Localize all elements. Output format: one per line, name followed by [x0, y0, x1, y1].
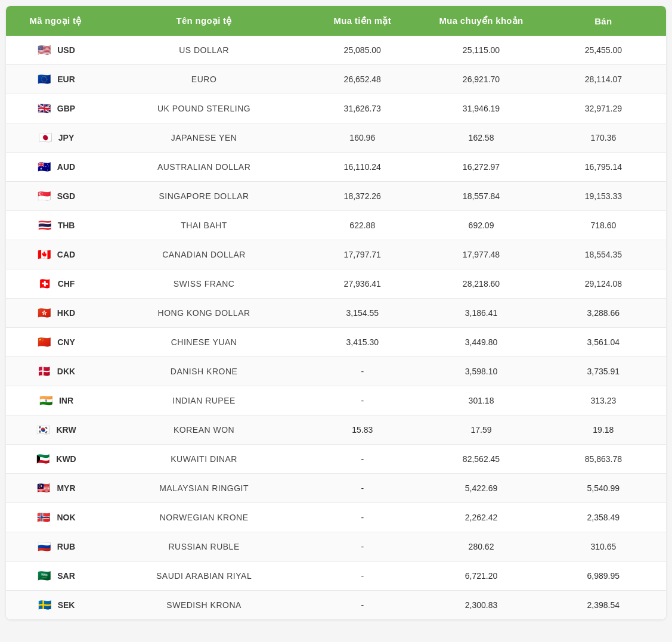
- table-row: 🇰🇼 KWD KUWAITI DINAR-82,562.4585,863.78: [6, 445, 666, 474]
- currency-code-cell: 🇹🇭 THB: [6, 211, 105, 240]
- buy-transfer-value: 16,272.97: [422, 153, 540, 182]
- flag-icon: 🇨🇳: [36, 336, 52, 348]
- sell-value: 3,288.66: [541, 299, 666, 328]
- flag-icon: 🇪🇺: [36, 73, 52, 85]
- currency-name: KOREAN WON: [105, 415, 303, 445]
- currency-code: SAR: [57, 571, 75, 581]
- currency-code-cell: 🇩🇰 DKK: [6, 357, 105, 386]
- flag-icon: 🇬🇧: [36, 103, 52, 114]
- table-row: 🇯🇵 JPY JAPANESE YEN160.96162.58170.36: [6, 123, 666, 153]
- sell-value: 3,735.91: [541, 357, 666, 386]
- currency-code: HKD: [57, 308, 75, 318]
- buy-transfer-value: 162.58: [422, 123, 540, 153]
- sell-value: 19,153.33: [541, 182, 666, 211]
- buy-cash-value: 17,797.71: [303, 240, 422, 269]
- buy-cash-value: -: [303, 445, 422, 474]
- buy-cash-value: -: [303, 532, 422, 562]
- currency-code: THB: [58, 221, 75, 230]
- currency-code: CNY: [57, 337, 75, 347]
- currency-name: CANADIAN DOLLAR: [105, 240, 303, 269]
- currency-name: AUSTRALIAN DOLLAR: [105, 153, 303, 182]
- sell-value: 170.36: [541, 123, 666, 153]
- flag-icon: 🇰🇷: [35, 424, 51, 436]
- currency-code-cell: 🇪🇺 EUR: [6, 65, 105, 94]
- header-name: Tên ngoại tệ: [105, 6, 303, 36]
- currency-code: SEK: [58, 600, 75, 610]
- currency-name: EURO: [105, 65, 303, 94]
- buy-transfer-value: 280.62: [422, 532, 540, 562]
- sell-value: 718.60: [541, 211, 666, 240]
- table-row: 🇺🇸 USD US DOLLAR25,085.0025,115.0025,455…: [6, 36, 666, 65]
- table-row: 🇩🇰 DKK DANISH KRONE-3,598.103,735.91: [6, 357, 666, 386]
- sell-value: 2,358.49: [541, 503, 666, 532]
- table-row: 🇦🇺 AUD AUSTRALIAN DOLLAR16,110.2416,272.…: [6, 153, 666, 182]
- currency-code: KRW: [56, 425, 76, 435]
- currency-name: UK POUND STERLING: [105, 94, 303, 123]
- buy-transfer-value: 82,562.45: [422, 445, 540, 474]
- buy-transfer-value: 5,422.69: [422, 474, 540, 503]
- currency-code-cell: 🇮🇳 INR: [6, 386, 105, 415]
- sell-value: 6,989.95: [541, 562, 666, 591]
- currency-code-cell: 🇨🇳 CNY: [6, 328, 105, 357]
- buy-transfer-value: 25,115.00: [422, 36, 540, 65]
- currency-name: SWEDISH KRONA: [105, 591, 303, 620]
- currency-code-cell: 🇬🇧 GBP: [6, 94, 105, 123]
- currency-code: DKK: [57, 367, 75, 376]
- currency-code: MYR: [57, 483, 75, 493]
- flag-icon: 🇨🇦: [36, 249, 52, 260]
- sell-value: 29,124.08: [541, 269, 666, 299]
- flag-icon: 🇷🇺: [36, 541, 52, 553]
- table-row: 🇲🇾 MYR MALAYSIAN RINGGIT-5,422.695,540.9…: [6, 474, 666, 503]
- table-row: 🇸🇦 SAR SAUDI ARABIAN RIYAL-6,721.206,989…: [6, 562, 666, 591]
- currency-name: CHINESE YUAN: [105, 328, 303, 357]
- table-row: 🇨🇭 CHF SWISS FRANC27,936.4128,218.6029,1…: [6, 269, 666, 299]
- currency-code-cell: 🇺🇸 USD: [6, 36, 105, 65]
- flag-icon: 🇰🇼: [35, 453, 51, 465]
- sell-value: 3,561.04: [541, 328, 666, 357]
- currency-code: AUD: [57, 162, 75, 172]
- buy-transfer-value: 2,262.42: [422, 503, 540, 532]
- currency-code-cell: 🇯🇵 JPY: [6, 123, 105, 153]
- buy-cash-value: 26,652.48: [303, 65, 422, 94]
- currency-code-cell: 🇦🇺 AUD: [6, 153, 105, 182]
- sell-value: 18,554.35: [541, 240, 666, 269]
- flag-icon: 🇸🇦: [36, 570, 52, 582]
- table-row: 🇨🇦 CAD CANADIAN DOLLAR17,797.7117,977.48…: [6, 240, 666, 269]
- buy-cash-value: 16,110.24: [303, 153, 422, 182]
- table-row: 🇮🇳 INR INDIAN RUPEE-301.18313.23: [6, 386, 666, 415]
- buy-cash-value: 27,936.41: [303, 269, 422, 299]
- table-row: 🇭🇰 HKD HONG KONG DOLLAR3,154.553,186.413…: [6, 299, 666, 328]
- currency-name: RUSSIAN RUBLE: [105, 532, 303, 562]
- currency-code-cell: 🇸🇦 SAR: [6, 562, 105, 591]
- flag-icon: 🇺🇸: [36, 44, 52, 56]
- header-buy-transfer: Mua chuyển khoản: [422, 6, 540, 36]
- table-row: 🇸🇪 SEK SWEDISH KRONA-2,300.832,398.54: [6, 591, 666, 620]
- buy-transfer-value: 3,186.41: [422, 299, 540, 328]
- currency-code-cell: 🇰🇼 KWD: [6, 445, 105, 474]
- currency-code: GBP: [57, 104, 75, 113]
- flag-icon: 🇹🇭: [36, 219, 53, 231]
- currency-code-cell: 🇷🇺 RUB: [6, 532, 105, 562]
- exchange-rate-table: Mã ngoại tệ Tên ngoại tệ Mua tiền mặt Mu…: [6, 6, 666, 619]
- header-sell: Bán: [541, 6, 666, 36]
- buy-transfer-value: 28,218.60: [422, 269, 540, 299]
- buy-transfer-value: 3,449.80: [422, 328, 540, 357]
- currency-code-cell: 🇭🇰 HKD: [6, 299, 105, 328]
- flag-icon: 🇩🇰: [36, 365, 52, 377]
- currency-name: US DOLLAR: [105, 36, 303, 65]
- buy-cash-value: 3,415.30: [303, 328, 422, 357]
- buy-transfer-value: 6,721.20: [422, 562, 540, 591]
- sell-value: 16,795.14: [541, 153, 666, 182]
- currency-name: MALAYSIAN RINGGIT: [105, 474, 303, 503]
- currency-code: NOK: [57, 513, 75, 522]
- buy-cash-value: -: [303, 591, 422, 620]
- currency-name: JAPANESE YEN: [105, 123, 303, 153]
- flag-icon: 🇸🇬: [36, 190, 52, 202]
- sell-value: 25,455.00: [541, 36, 666, 65]
- currency-code: KWD: [56, 454, 76, 464]
- sell-value: 32,971.29: [541, 94, 666, 123]
- buy-cash-value: -: [303, 503, 422, 532]
- flag-icon: 🇨🇭: [36, 278, 53, 290]
- buy-cash-value: -: [303, 562, 422, 591]
- buy-cash-value: 3,154.55: [303, 299, 422, 328]
